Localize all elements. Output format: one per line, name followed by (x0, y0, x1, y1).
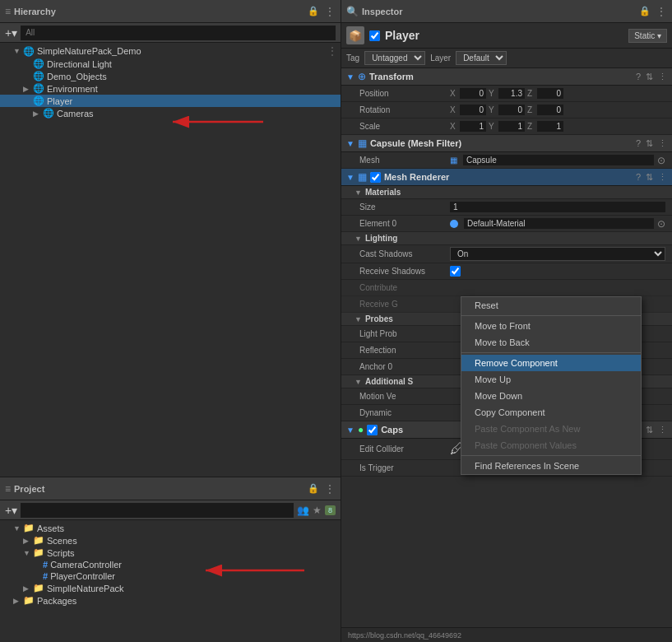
mesh-picker-icon[interactable]: ⊙ (657, 155, 665, 166)
hierarchy-toolbar: +▾ (0, 23, 341, 43)
project-item-cameractrl[interactable]: # CameraController (0, 559, 341, 570)
ctx-reset[interactable]: Reset (461, 297, 641, 314)
transform-settings-icon[interactable]: ⇅ (646, 72, 653, 82)
object-name[interactable]: Player (385, 29, 623, 42)
transform-help-icon[interactable]: ? (636, 72, 641, 81)
hierarchy-item-demoobj[interactable]: 🌐 Demo_Objects (0, 70, 341, 82)
meshfilter-header[interactable]: ▼ ▦ Capsule (Mesh Filter) ? ⇅ ⋮ (341, 135, 672, 152)
inspector-title[interactable]: Inspector (362, 7, 403, 16)
hierarchy-search-input[interactable] (21, 26, 336, 40)
lock-icon[interactable]: 🔒 (308, 6, 319, 16)
mesh-row: Mesh ▦ ⊙ (341, 152, 672, 169)
meshfilter-settings-icon[interactable]: ⇅ (646, 138, 653, 149)
meshrenderer-header[interactable]: ▼ ▦ Mesh Renderer ? ⇅ ⋮ (341, 169, 672, 186)
hierarchy-item-environment[interactable]: ▶ 🌐 Environment (0, 82, 341, 95)
istrigger-label: Is Trigger (359, 463, 450, 472)
tree-icon-scenes: 📁 (33, 535, 44, 546)
position-z-input[interactable] (537, 88, 563, 99)
position-y-input[interactable] (498, 88, 525, 99)
rotation-x-label: X (450, 105, 458, 114)
tree-arrow-packages: ▶ (13, 597, 21, 605)
project-star-icon[interactable]: ★ (313, 505, 322, 516)
ctx-move-down[interactable]: Move Down (461, 388, 641, 404)
lighting-section[interactable]: ▼ Lighting (341, 232, 672, 245)
rotation-z-input[interactable] (537, 105, 563, 115)
hierarchy-item-simplenaturedemo[interactable]: ▼ 🌐 SimpleNaturePack_Demo ⋮ (0, 44, 341, 58)
hierarchy-add-button[interactable]: +▾ (5, 26, 17, 40)
project-folder-icon[interactable]: 👥 (297, 505, 309, 516)
ctx-move-to-back[interactable]: Move to Back (461, 334, 641, 351)
project-lock-icon[interactable]: 🔒 (308, 483, 319, 494)
ctx-copy-component[interactable]: Copy Component (461, 404, 641, 421)
scale-x-input[interactable] (460, 121, 486, 132)
tag-dropdown[interactable]: Untagged (364, 51, 425, 65)
meshfilter-menu-icon[interactable]: ⋮ (658, 138, 667, 149)
project-item-packages[interactable]: ▶ 📁 Packages (0, 594, 341, 607)
inspector-lock-icon[interactable]: 🔒 (639, 6, 651, 16)
tree-icon-simplenaturedemo: 🌐 (23, 46, 35, 57)
tree-arrow-simplenaturedemo: ▼ (13, 47, 21, 55)
ctx-find-references[interactable]: Find References In Scene (461, 458, 641, 474)
rotation-y-input[interactable] (498, 105, 525, 115)
position-z-label: Z (527, 89, 535, 98)
ctx-move-up[interactable]: Move Up (461, 371, 641, 388)
element0-picker-icon[interactable]: ⊙ (657, 218, 665, 230)
capsule-checkbox[interactable] (367, 425, 378, 435)
element0-row: Element 0 ⊙ (341, 216, 672, 232)
lightprob-label: Light Prob (359, 329, 450, 338)
ctx-remove-component[interactable]: Remove Component (461, 355, 641, 371)
reflection-label: Reflection (359, 346, 450, 355)
inspector-tab-icon: 🔍 (346, 6, 359, 17)
capsule-settings-icon[interactable]: ⇅ (646, 425, 653, 435)
project-search-input[interactable] (21, 503, 294, 518)
meshrenderer-help-icon[interactable]: ? (636, 172, 641, 182)
project-item-scenes[interactable]: ▶ 📁 Scenes (0, 534, 341, 547)
hierarchy-item-cameras[interactable]: ▶ 🌐 Cameras (0, 107, 341, 119)
tree-icon-simplepack: 📁 (33, 583, 44, 593)
project-item-scripts[interactable]: ▼ 📁 Scripts (0, 547, 341, 559)
meshfilter-help-icon[interactable]: ? (636, 138, 641, 148)
hierarchy-dots[interactable]: ⋮ (324, 5, 336, 18)
mesh-input[interactable] (463, 155, 654, 165)
hierarchy-title: Hierarchy (14, 7, 56, 16)
transform-header[interactable]: ▼ ⊕ Transform ? ⇅ ⋮ (341, 68, 672, 86)
receiveshadows-checkbox[interactable] (450, 266, 461, 277)
element0-input[interactable] (464, 218, 654, 229)
materials-section[interactable]: ▼ Materials (341, 186, 672, 199)
layer-dropdown[interactable]: Default (456, 51, 507, 65)
object-active-checkbox[interactable] (369, 30, 380, 41)
transform-menu-icon[interactable]: ⋮ (658, 72, 667, 82)
scale-z-input[interactable] (537, 121, 563, 132)
hierarchy-item-player[interactable]: 🌐 Player (0, 95, 341, 107)
meshfilter-icon: ▦ (358, 137, 367, 149)
position-label: Position (359, 89, 450, 98)
tree-label-scripts: Scripts (47, 548, 75, 558)
size-input[interactable] (450, 202, 665, 212)
project-dots[interactable]: ⋮ (324, 482, 336, 495)
project-item-playerctrl[interactable]: # PlayerController (0, 570, 341, 582)
tree-icon-cameractrl: # (43, 560, 48, 570)
editcollider-label: Edit Collider (359, 444, 450, 454)
meshrenderer-checkbox[interactable] (370, 172, 381, 183)
scale-y-input[interactable] (498, 121, 525, 132)
castshadows-dropdown[interactable]: On (450, 247, 665, 261)
ctx-move-to-front[interactable]: Move to Front (461, 318, 641, 334)
hierarchy-item-dirlight[interactable]: 🌐 Directional Light (0, 58, 341, 70)
hierarchy-header: ≡ Hierarchy 🔒 ⋮ (0, 0, 341, 23)
rotation-x-input[interactable] (460, 105, 486, 115)
meshrenderer-menu-icon[interactable]: ⋮ (658, 172, 667, 183)
inspector-dots[interactable]: ⋮ (656, 5, 667, 18)
context-menu: Reset Move to Front Move to Back Remove … (461, 296, 642, 475)
transform-arrow: ▼ (346, 72, 355, 81)
tree-label-assets: Assets (37, 523, 64, 533)
position-x-input[interactable] (460, 88, 486, 99)
project-item-assets[interactable]: ▼ 📁 Assets (0, 522, 341, 534)
transform-icon: ⊕ (358, 71, 366, 82)
tag-layer-row: Tag Untagged Layer Default (341, 49, 672, 68)
static-button[interactable]: Static ▾ (628, 29, 667, 43)
project-add-button[interactable]: +▾ (5, 504, 17, 517)
meshrenderer-settings-icon[interactable]: ⇅ (646, 172, 653, 183)
capsule-menu-icon[interactable]: ⋮ (658, 425, 667, 435)
project-item-simplepack[interactable]: ▶ 📁 SimplleNaturePack (0, 582, 341, 594)
tree-dots-simplenaturedemo: ⋮ (327, 45, 337, 57)
